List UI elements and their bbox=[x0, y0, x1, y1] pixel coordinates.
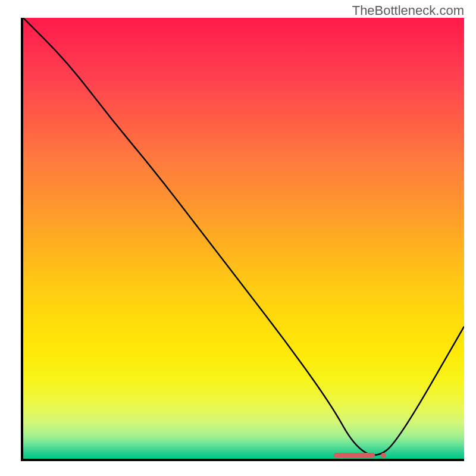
optimal-marker-dot bbox=[381, 453, 386, 458]
curve-svg bbox=[23, 18, 464, 459]
watermark-text: TheBottleneck.com bbox=[352, 3, 464, 18]
optimal-marker-band bbox=[334, 453, 375, 458]
chart-container: TheBottleneck.com bbox=[0, 0, 476, 476]
plot-area bbox=[21, 18, 464, 461]
bottleneck-curve bbox=[23, 18, 464, 455]
